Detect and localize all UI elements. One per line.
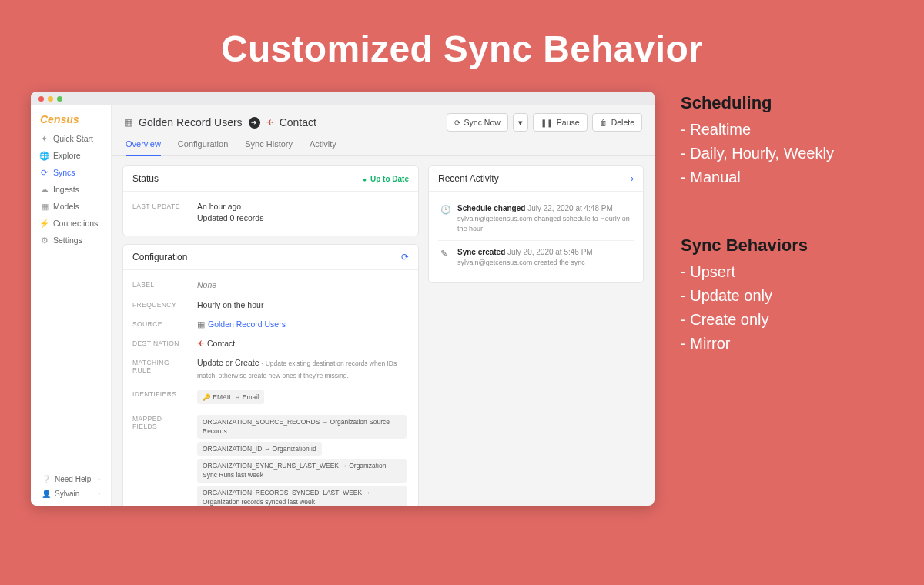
- configuration-title: Configuration: [132, 252, 187, 262]
- close-dot[interactable]: [38, 96, 44, 102]
- scheduling-heading: Scheduling: [681, 93, 834, 113]
- pause-icon: ❚❚: [541, 119, 553, 127]
- breadcrumb-destination: Contact: [280, 116, 316, 129]
- pause-button[interactable]: ❚❚ Pause: [533, 113, 588, 132]
- behaviors-block: Sync Behaviors UpsertUpdate onlyCreate o…: [681, 236, 834, 356]
- field-pill: ORGANIZATION_SYNC_RUNS_LAST_WEEK → Organ…: [197, 459, 407, 483]
- plug-icon: ⚡: [40, 219, 49, 228]
- scheduling-item: Daily, Hourly, Weekly: [681, 142, 834, 165]
- scheduling-block: Scheduling RealtimeDaily, Hourly, Weekly…: [681, 93, 834, 189]
- user-name: Sylvain: [55, 490, 79, 498]
- chevron-down-icon: ▾: [518, 118, 523, 127]
- need-help-label: Need Help: [55, 475, 91, 483]
- refresh-icon: ⟳: [454, 119, 460, 127]
- activity-item: 🕑 Schedule changed July 22, 2020 at 4:48…: [438, 197, 634, 241]
- edit-icon: ✎: [440, 249, 450, 259]
- scheduling-item: Realtime: [681, 118, 834, 142]
- sidebar-item-connections[interactable]: ⚡Connections: [34, 215, 108, 232]
- behaviors-heading: Sync Behaviors: [681, 236, 834, 256]
- status-card: Status Up to Date LAST UPDATE An hour ag…: [122, 165, 419, 236]
- field-pill: ORGANIZATION_RECORDS_SYNCED_LAST_WEEK → …: [197, 486, 407, 506]
- recent-activity-title: Recent Activity: [438, 173, 499, 184]
- tab-sync-history[interactable]: Sync History: [245, 139, 293, 155]
- tab-configuration[interactable]: Configuration: [178, 139, 228, 155]
- trash-icon: 🗑: [600, 119, 608, 127]
- behavior-item: Create only: [681, 308, 834, 332]
- activity-expand-icon[interactable]: ›: [631, 173, 634, 184]
- brand-logo: Census: [31, 105, 111, 130]
- behavior-item: Upsert: [681, 260, 834, 284]
- app-window: Census ✦Quick Start🌐Explore⟳Syncs☁Ingest…: [31, 92, 654, 506]
- status-badge: Up to Date: [363, 175, 409, 183]
- minimize-dot[interactable]: [48, 96, 53, 102]
- tab-overview[interactable]: Overview: [126, 139, 161, 156]
- sidebar-item-settings[interactable]: ⚙Settings: [34, 232, 108, 249]
- globe-icon: 🌐: [40, 152, 49, 160]
- field-pill: ORGANIZATION_SOURCE_RECORDS → Organizati…: [197, 415, 407, 439]
- chevron-right-icon: ›: [98, 490, 100, 497]
- behavior-item: Mirror: [681, 332, 834, 356]
- configuration-card: Configuration ⟳ LABELNoneFREQUENCYHourly…: [122, 244, 419, 506]
- need-help-link[interactable]: ❔ Need Help ›: [35, 472, 106, 486]
- window-titlebar: [31, 92, 654, 105]
- sidebar-footer: ❔ Need Help › 👤 Sylvain ›: [31, 467, 111, 506]
- sync-now-button[interactable]: ⟳ Sync Now: [447, 113, 508, 132]
- last-update-label: LAST UPDATE: [132, 201, 186, 210]
- source-link[interactable]: Golden Record Users: [208, 319, 286, 329]
- help-icon: ❔: [42, 475, 50, 483]
- configuration-expand-icon[interactable]: ⟳: [401, 252, 409, 262]
- sidebar-item-models[interactable]: ▦Models: [34, 198, 108, 215]
- sidebar-item-quick-start[interactable]: ✦Quick Start: [34, 130, 108, 147]
- scheduling-item: Manual: [681, 165, 834, 189]
- last-update-sub: Updated 0 records: [197, 212, 409, 224]
- breadcrumb-source: Golden Record Users: [139, 116, 243, 129]
- recent-activity-card: Recent Activity › 🕑 Schedule changed Jul…: [428, 165, 644, 283]
- sidebar-item-explore[interactable]: 🌐Explore: [34, 147, 108, 164]
- delete-button[interactable]: 🗑 Delete: [592, 113, 642, 132]
- grid-icon: ▦: [40, 202, 49, 211]
- destination-icon: ✈: [266, 118, 273, 128]
- main-pane: ▦ Golden Record Users ➔ ✈ Contact ⟳ Sync…: [112, 105, 654, 506]
- tab-activity[interactable]: Activity: [310, 139, 336, 155]
- cloud-icon: ☁: [40, 186, 49, 194]
- tabs: OverviewConfigurationSync HistoryActivit…: [112, 132, 654, 156]
- bolt-icon: ✦: [40, 135, 49, 143]
- last-update-value: An hour ago: [197, 201, 409, 212]
- page-header: ▦ Golden Record Users ➔ ✈ Contact ⟳ Sync…: [112, 105, 654, 132]
- slide-title: Customized Sync Behavior: [0, 0, 924, 92]
- breadcrumb: ▦ Golden Record Users ➔ ✈ Contact: [124, 116, 316, 129]
- sync-now-dropdown[interactable]: ▾: [513, 113, 528, 132]
- user-icon: 👤: [42, 490, 50, 498]
- user-menu[interactable]: 👤 Sylvain ›: [35, 486, 106, 501]
- sidebar-item-syncs[interactable]: ⟳Syncs: [34, 164, 108, 181]
- zoom-dot[interactable]: [57, 96, 62, 102]
- table-icon: ▦: [124, 117, 132, 128]
- sidebar-item-ingests[interactable]: ☁Ingests: [34, 181, 108, 198]
- info-panel: Scheduling RealtimeDaily, Hourly, Weekly…: [681, 92, 834, 402]
- sidebar-nav: ✦Quick Start🌐Explore⟳Syncs☁Ingests▦Model…: [31, 130, 111, 249]
- gear-icon: ⚙: [40, 236, 49, 245]
- clock-icon: 🕑: [440, 205, 450, 215]
- arrow-right-icon: ➔: [249, 117, 260, 129]
- refresh-icon: ⟳: [40, 169, 49, 177]
- behavior-item: Update only: [681, 284, 834, 308]
- field-pill: 🔑 EMAIL ↔ Email: [197, 390, 264, 404]
- status-title: Status: [132, 173, 159, 184]
- activity-item: ✎ Sync created July 20, 2020 at 5:46 PM …: [438, 241, 634, 275]
- sidebar: Census ✦Quick Start🌐Explore⟳Syncs☁Ingest…: [31, 105, 112, 506]
- field-pill: ORGANIZATION_ID → Organization id: [197, 442, 322, 456]
- chevron-right-icon: ›: [98, 476, 100, 483]
- header-actions: ⟳ Sync Now ▾ ❚❚ Pause 🗑 Delete: [447, 113, 642, 132]
